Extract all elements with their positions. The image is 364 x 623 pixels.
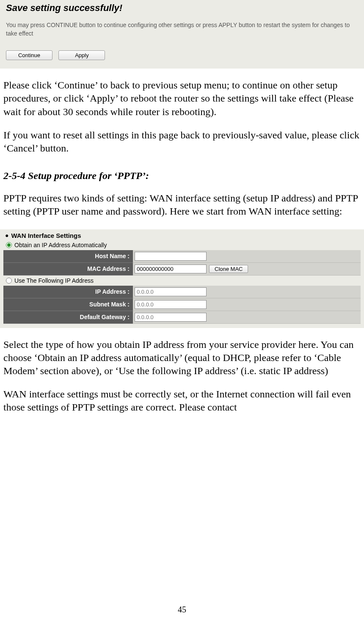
row-hostname: Host Name : xyxy=(3,250,361,263)
wan-interface-panel: ● WAN Interface Settings Obtain an IP Ad… xyxy=(0,229,364,328)
mac-label: MAC Address : xyxy=(3,263,133,276)
paragraph-select-type: Select the type of how you obtain IP add… xyxy=(3,338,361,378)
radio-use-static-label: Use The Following IP Address xyxy=(14,277,94,284)
ip-input[interactable] xyxy=(135,287,207,296)
panel-title: Save setting successfully! xyxy=(6,3,358,14)
continue-button[interactable]: Continue xyxy=(6,50,52,60)
radio-row-auto[interactable]: Obtain an IP Address Automatically xyxy=(3,240,361,250)
row-ip: IP Address : xyxy=(3,286,361,298)
radio-row-static[interactable]: Use The Following IP Address xyxy=(3,276,361,286)
save-settings-panel: Save setting successfully! You may press… xyxy=(0,0,364,69)
row-mac: MAC Address : Clone MAC xyxy=(3,263,361,276)
hostname-label: Host Name : xyxy=(3,250,133,263)
page-number: 45 xyxy=(0,605,364,615)
gateway-label: Default Gateway : xyxy=(3,311,133,324)
subnet-label: Subnet Mask : xyxy=(3,298,133,311)
paragraph-continue-apply: Please click ‘Continue’ to back to previ… xyxy=(3,79,361,119)
subnet-input[interactable] xyxy=(135,300,207,309)
section-heading-pptp: 2-5-4 Setup procedure for ‘PPTP’: xyxy=(0,155,364,182)
apply-button[interactable]: Apply xyxy=(58,50,105,60)
page-container: Save setting successfully! You may press… xyxy=(0,0,364,623)
paragraph-block-2: PPTP requires two kinds of setting: WAN … xyxy=(0,192,364,218)
paragraph-cancel: If you want to reset all settings in thi… xyxy=(3,129,361,155)
paragraph-block-1: Please click ‘Continue’ to back to previ… xyxy=(0,79,364,155)
mac-input[interactable] xyxy=(135,265,207,273)
row-gateway: Default Gateway : xyxy=(3,311,361,324)
radio-obtain-auto-label: Obtain an IP Address Automatically xyxy=(14,242,107,248)
panel-description: You may press CONTINUE button to continu… xyxy=(6,21,358,38)
clone-mac-button[interactable]: Clone MAC xyxy=(209,265,248,273)
paragraph-wan-correct: WAN interface settings must be correctly… xyxy=(3,388,361,414)
radio-use-static[interactable] xyxy=(6,278,12,284)
paragraph-pptp-intro: PPTP requires two kinds of setting: WAN … xyxy=(3,192,361,218)
paragraph-block-3: Select the type of how you obtain IP add… xyxy=(0,338,364,414)
bullet-icon: ● xyxy=(5,232,8,239)
row-subnet: Subnet Mask : xyxy=(3,298,361,311)
wan-section-label: WAN Interface Settings xyxy=(11,232,81,239)
radio-obtain-auto[interactable] xyxy=(6,242,12,248)
ip-label: IP Address : xyxy=(3,286,133,298)
hostname-input[interactable] xyxy=(135,252,207,261)
gateway-input[interactable] xyxy=(135,313,207,322)
wan-section-header: ● WAN Interface Settings xyxy=(3,231,361,240)
